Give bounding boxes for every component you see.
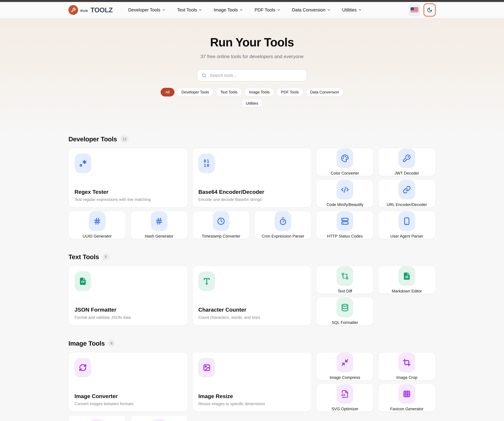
tool-card-label: Timestamp Converter (202, 234, 240, 239)
tool-card-desc: Encode and decode Base64 strings (198, 197, 262, 202)
code-icon (336, 180, 353, 199)
tool-card-image-crop[interactable]: Image Crop (378, 352, 436, 380)
filter-chip-developer-tools[interactable]: Developer Tools (177, 88, 213, 96)
tool-card-svg-optimizer[interactable]: SVG Optimizer (316, 384, 374, 412)
file-code-icon (75, 271, 91, 291)
tool-card-label: Image Crop (396, 375, 417, 380)
main-menu: Developer Tools Text Tools Image Tools P… (128, 7, 362, 12)
clock-icon (213, 211, 229, 231)
menu-item-text-tools[interactable]: Text Tools (177, 7, 202, 12)
tool-card-timestamp-converter[interactable]: Timestamp Converter (192, 211, 250, 239)
database-icon (336, 298, 353, 317)
section-image-tools: Image Tools 8 Image Converter Convert im… (68, 340, 435, 421)
section-title: Text Tools (68, 253, 99, 261)
server-icon (336, 211, 353, 231)
chevron-down-icon (358, 8, 362, 12)
search-box (197, 70, 307, 82)
tool-card-partial-1[interactable] (68, 415, 126, 421)
menu-label: PDF Tools (255, 7, 275, 12)
language-flag-button[interactable] (408, 4, 420, 16)
binary-icon: 0110 (198, 154, 215, 173)
tool-card-desc: Test regular expressions with live match… (75, 197, 151, 202)
tool-card-jwt-decoder[interactable]: JWT Decoder (378, 148, 436, 176)
browser-top-strip (0, 0, 504, 2)
tool-card-base64-encoder-decoder[interactable]: 0110 Base64 Encoder/Decoder Encode and d… (192, 148, 312, 208)
tool-card-hash-generator[interactable]: Hash Generator (130, 211, 188, 239)
tool-card-uuid-generator[interactable]: UUID Generator (68, 211, 126, 239)
wrench-icon (68, 5, 78, 15)
tool-card-text-diff[interactable]: Text Diff (316, 266, 374, 294)
moon-icon (427, 7, 432, 13)
tool-card-http-status-codes[interactable]: HTTP Status Codes (316, 211, 374, 239)
tool-card-desc: Resize images to specific dimensions (198, 402, 265, 406)
tool-card-markdown-editor[interactable]: Markdown Editor (378, 266, 436, 294)
brand-run-text: RUN (80, 9, 88, 13)
tool-card-character-counter[interactable]: Character Counter Count characters, word… (192, 266, 312, 325)
chevron-down-icon (198, 8, 202, 12)
chevron-down-icon (240, 8, 243, 12)
pen-tool-icon (151, 419, 168, 421)
menu-item-data-conversion[interactable]: Data Conversion (292, 7, 330, 12)
tool-card-user-agent-parser[interactable]: User Agent Parser (378, 211, 436, 239)
tool-card-title: JSON Formatter (75, 307, 116, 313)
filter-chip-pdf-tools[interactable]: PDF Tools (277, 88, 303, 96)
filter-chip-image-tools[interactable]: Image Tools (245, 88, 274, 96)
tool-card-favicon-generator[interactable]: Favicon Generator (378, 384, 436, 412)
filter-chips-row-2: Utilities (0, 99, 504, 108)
tool-card-image-compress[interactable]: Image Compress (316, 352, 374, 380)
minimize-icon (336, 353, 353, 372)
dark-mode-toggle-button[interactable] (424, 4, 436, 16)
tool-card-regex-tester[interactable]: Regex Tester Test regular expressions wi… (68, 148, 188, 208)
menu-label: Data Conversion (292, 7, 325, 12)
filter-chip-data-conversion[interactable]: Data Conversion (306, 88, 343, 96)
filter-chips-row-1: All Developer Tools Text Tools Image Too… (0, 88, 504, 96)
page-root: RUNTOOLZ Developer Tools Text Tools Imag… (0, 0, 504, 421)
tool-card-json-formatter[interactable]: JSON Formatter Format and validate JSON … (68, 266, 188, 325)
menu-item-developer-tools[interactable]: Developer Tools (128, 7, 166, 12)
menu-item-utilities[interactable]: Utilities (342, 7, 362, 12)
tool-card-sql-formatter[interactable]: SQL Formatter (316, 297, 374, 326)
menu-label: Text Tools (177, 7, 197, 12)
section-count-badge: 12 (120, 135, 129, 142)
tool-card-image-converter[interactable]: Image Converter Convert images between f… (68, 352, 188, 412)
tool-card-code-minify-beautify[interactable]: Code Minify/Beautify (316, 179, 374, 208)
tool-card-label: JWT Decoder (395, 171, 419, 175)
search-input[interactable] (197, 70, 307, 82)
tool-card-image-resize[interactable]: Image Resize Resize images to specific d… (192, 352, 312, 412)
tool-card-url-encoder-decoder[interactable]: URL Encoder/Decoder (378, 179, 436, 208)
chevron-down-icon (162, 8, 166, 12)
filter-chip-utilities[interactable]: Utilities (241, 99, 263, 108)
tool-card-label: HTTP Status Codes (327, 234, 363, 239)
us-flag-icon (411, 7, 418, 13)
tool-card-label: UUID Generator (83, 234, 112, 239)
tool-card-label: Cron Expression Parser (262, 234, 304, 239)
menu-label: Developer Tools (128, 7, 160, 12)
tool-card-title: Character Counter (198, 307, 246, 313)
section-count-badge: 8 (108, 340, 115, 347)
filter-chip-all[interactable]: All (161, 88, 174, 96)
tool-card-title: Regex Tester (75, 189, 108, 195)
tool-card-label: Image Compress (330, 375, 360, 380)
brand-logo[interactable]: RUNTOOLZ (68, 5, 113, 15)
file-code-2-icon (336, 384, 353, 404)
tool-card-partial-2[interactable] (130, 415, 188, 421)
tool-card-label: Favicon Generator (390, 407, 424, 411)
section-text-tools: Text Tools 5 JSON Formatter Format and v… (68, 253, 435, 325)
tool-card-label: Hash Generator (145, 234, 173, 239)
tool-card-label: Text Diff (338, 289, 352, 293)
menu-item-pdf-tools[interactable]: PDF Tools (255, 7, 280, 12)
key-icon (398, 148, 415, 168)
tool-card-desc: Convert images between formats (75, 402, 133, 406)
menu-item-image-tools[interactable]: Image Tools (214, 7, 243, 12)
refresh-icon (75, 358, 91, 378)
tool-card-cron-expression-parser[interactable]: Cron Expression Parser (254, 211, 312, 239)
tool-card-color-converter[interactable]: Color Converter (316, 148, 374, 176)
section-title: Image Tools (68, 340, 105, 347)
page-subtitle: 37 free online tools for developers and … (0, 54, 504, 59)
tool-card-label: Code Minify/Beautify (327, 202, 363, 207)
filter-chip-text-tools[interactable]: Text Tools (216, 88, 242, 96)
tool-card-label: URL Encoder/Decoder (387, 202, 427, 207)
tool-card-label: SVG Optimizer (331, 407, 358, 411)
crop-icon (398, 353, 415, 372)
regex-icon (75, 154, 91, 173)
